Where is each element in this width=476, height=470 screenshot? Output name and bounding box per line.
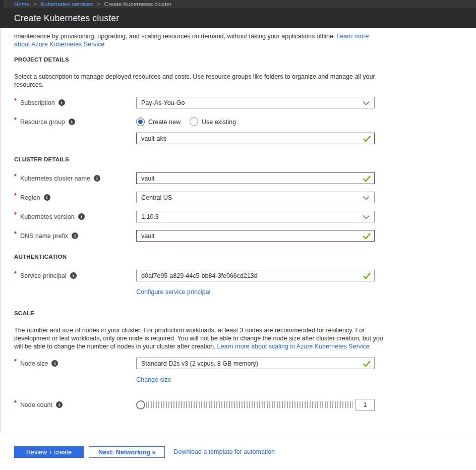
service-principal-row: * Service principal i d0af7e95-a829-44c5… — [14, 270, 463, 281]
kubernetes-version-label-group: * Kubernetes version i — [14, 211, 136, 222]
region-control: Central US — [136, 192, 375, 203]
node-size-value: Standard D2s v3 (2 vcpus, 8 GB memory) — [141, 360, 258, 367]
change-size-link[interactable]: Change size — [136, 376, 171, 384]
kubernetes-version-dropdown[interactable]: 1.10.3 — [136, 211, 375, 222]
service-principal-label: Service principal — [20, 272, 67, 279]
next-networking-button[interactable]: Next: Networking » — [89, 446, 165, 458]
resource-group-row: * Resource group i Create new Use existi… — [14, 116, 463, 144]
page-title: Create Kubernetes cluster — [14, 13, 119, 24]
resource-group-label-group: * Resource group i — [14, 116, 136, 128]
node-count-label: Node count — [20, 401, 52, 408]
node-size-row: * Node size i Standard D2s v3 (2 vcpus, … — [14, 358, 463, 369]
dns-name-prefix-control: vault — [136, 230, 375, 242]
spacer — [14, 376, 136, 384]
required-asterisk: * — [14, 116, 17, 124]
region-label-group: * Region i — [14, 192, 136, 203]
service-principal-value: d0af7e95-a829-44c5-bb84-3fe066cd213d — [141, 272, 258, 279]
intro-text: maintenance by provisioning, upgrading, … — [14, 32, 384, 48]
chevron-down-icon — [363, 101, 370, 105]
info-icon[interactable]: i — [51, 360, 58, 367]
radio-dot — [138, 120, 143, 124]
dns-name-prefix-label-group: * DNS name prefix i — [14, 230, 136, 242]
info-icon[interactable]: i — [70, 272, 77, 279]
resource-group-control: Create new Use existing vault-aks — [136, 116, 375, 144]
service-principal-input[interactable]: d0af7e95-a829-44c5-bb84-3fe066cd213d — [136, 270, 375, 281]
valid-check-icon — [363, 136, 371, 142]
dns-name-prefix-label: DNS name prefix — [20, 232, 68, 240]
node-size-label: Node size — [20, 360, 48, 367]
download-template-link[interactable]: Download a template for automation — [173, 446, 275, 458]
required-asterisk: * — [14, 230, 17, 238]
radio-use-existing[interactable]: Use existing — [190, 118, 236, 126]
required-asterisk: * — [14, 211, 17, 218]
slider-track[interactable] — [146, 401, 353, 408]
info-icon[interactable]: i — [72, 232, 78, 239]
dns-name-prefix-row: * DNS name prefix i vault — [14, 230, 463, 242]
region-dropdown[interactable]: Central US — [136, 192, 375, 203]
blade-header: Create Kubernetes cluster — [0, 8, 476, 28]
node-count-slider[interactable]: 1 — [136, 399, 375, 410]
valid-check-icon — [363, 361, 371, 367]
radio-selected-icon — [136, 118, 145, 126]
node-count-row: * Node count i 1 — [14, 399, 463, 410]
valid-check-icon — [363, 175, 371, 182]
breadcrumb-link-home[interactable]: Home — [14, 1, 30, 7]
required-asterisk: * — [14, 270, 17, 277]
cluster-name-row: * Kubernetes cluster name i vault — [14, 172, 463, 184]
info-icon[interactable]: i — [69, 119, 75, 125]
cluster-name-control: vault — [136, 172, 375, 184]
chevron-down-icon — [363, 196, 370, 200]
breadcrumb: Home > Kubernetes services > Create Kube… — [0, 0, 476, 8]
project-details-description: Select a subscription to manage deployed… — [14, 73, 384, 89]
section-heading-scale: SCALE — [14, 310, 463, 316]
kubernetes-version-label: Kubernetes version — [20, 213, 75, 220]
subscription-row: * Subscription i Pay-As-You-Go — [14, 97, 463, 108]
change-size-row: Change size — [14, 376, 463, 384]
node-size-control: Standard D2s v3 (2 vcpus, 8 GB memory) — [136, 358, 375, 369]
cluster-name-input[interactable]: vault — [136, 172, 375, 184]
breadcrumb-link-kubernetes-services[interactable]: Kubernetes services — [41, 1, 93, 7]
subscription-label: Subscription — [20, 99, 55, 106]
section-heading-authentication: AUTHENTICATION — [14, 254, 463, 260]
node-size-input[interactable]: Standard D2s v3 (2 vcpus, 8 GB memory) — [136, 358, 375, 369]
resource-group-name-input[interactable]: vault-aks — [136, 133, 375, 144]
info-icon[interactable]: i — [94, 175, 100, 182]
radio-create-new-label: Create new — [148, 119, 181, 126]
valid-check-icon — [363, 273, 371, 279]
info-icon[interactable]: i — [56, 401, 63, 408]
region-row: * Region i Central US — [14, 192, 463, 203]
cluster-name-label: Kubernetes cluster name — [20, 175, 90, 182]
info-icon[interactable]: i — [78, 213, 85, 220]
required-asterisk: * — [14, 192, 17, 199]
create-kubernetes-cluster-blade: Home > Kubernetes services > Create Kube… — [0, 0, 476, 470]
valid-check-icon — [363, 233, 371, 240]
region-label: Region — [20, 194, 40, 201]
section-heading-cluster-details: CLUSTER DETAILS — [14, 156, 463, 162]
node-count-control: 1 — [136, 399, 375, 410]
slider-thumb[interactable] — [136, 400, 145, 409]
dns-name-prefix-input[interactable]: vault — [136, 230, 375, 242]
node-count-input[interactable]: 1 — [355, 399, 375, 410]
radio-use-existing-label: Use existing — [202, 119, 236, 126]
subscription-control: Pay-As-You-Go — [136, 97, 375, 108]
configure-service-principal-link[interactable]: Configure service principal — [136, 288, 210, 296]
resource-group-name-value: vault-aks — [141, 135, 166, 142]
kubernetes-version-row: * Kubernetes version i 1.10.3 — [14, 211, 463, 222]
radio-unselected-icon — [190, 118, 198, 126]
service-principal-label-group: * Service principal i — [14, 270, 136, 281]
cluster-name-label-group: * Kubernetes cluster name i — [14, 172, 136, 184]
kubernetes-version-control: 1.10.3 — [136, 211, 375, 222]
intro-text-body: maintenance by provisioning, upgrading, … — [14, 33, 335, 40]
required-asterisk: * — [14, 358, 17, 365]
info-icon[interactable]: i — [44, 194, 50, 201]
learn-more-scaling-link[interactable]: Learn more about scaling in Azure Kubern… — [217, 343, 370, 350]
subscription-dropdown[interactable]: Pay-As-You-Go — [136, 97, 375, 108]
review-create-button[interactable]: Review + create — [14, 446, 84, 458]
resource-group-label: Resource group — [20, 119, 65, 126]
breadcrumb-separator-icon: > — [97, 2, 100, 7]
subscription-value: Pay-As-You-Go — [141, 99, 185, 106]
configure-service-principal-row: Configure service principal — [14, 288, 463, 296]
radio-create-new[interactable]: Create new — [136, 118, 181, 126]
service-principal-control: d0af7e95-a829-44c5-bb84-3fe066cd213d — [136, 270, 375, 281]
info-icon[interactable]: i — [58, 99, 65, 106]
